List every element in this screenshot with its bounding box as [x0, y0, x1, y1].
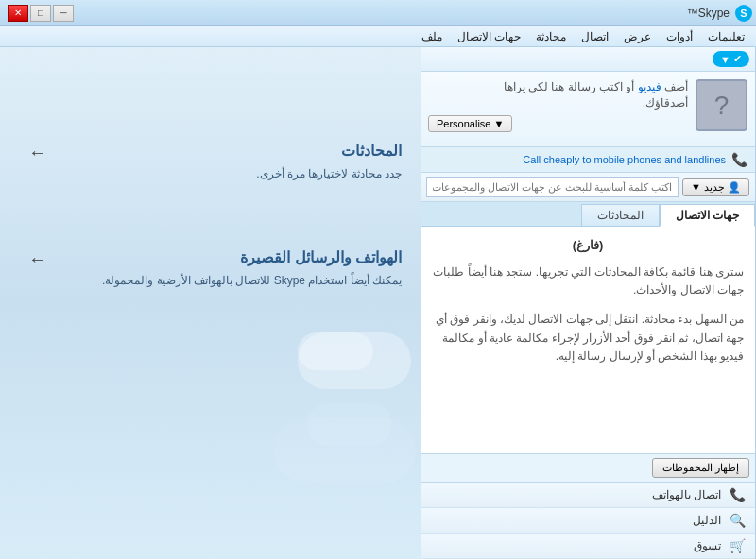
profile-right: أضف فيديو أو اكتب رسالة هنا لكي يراها أص… [428, 79, 688, 132]
call-promo-link[interactable]: Call cheaply to mobile phones and landli… [523, 154, 726, 165]
personalise-chevron-icon: ▼ [493, 118, 504, 129]
maximize-button[interactable]: □ [30, 5, 51, 22]
bottom-nav: 📞 اتصال بالهواتف 🔍 الدليل 🛒 تسوق [421, 482, 755, 559]
search-nav-icon: 🔍 [729, 513, 746, 528]
tab-contacts[interactable]: جهات الاتصال [660, 204, 755, 227]
person-add-icon: 👤 [728, 181, 741, 194]
phone-icon: 📞 [731, 152, 747, 167]
tab-contacts-label: جهات الاتصال [676, 209, 739, 222]
chevron-down-icon: ▼ [720, 54, 730, 65]
empty-title: (فارغ) [432, 238, 744, 252]
profile-video-link[interactable]: فيديو [638, 80, 662, 93]
menubar: تعليمات أدوات عرض اتصال محادثة جهات الات… [0, 26, 756, 47]
tab-conversations[interactable]: المحادثات [581, 204, 660, 226]
new-button-label: جديد [704, 181, 725, 194]
empty-desc2: من السهل بدء محادثة. انتقل إلى جهات الات… [432, 311, 744, 365]
tab-conversations-label: المحادثات [597, 209, 644, 222]
right-section-conversations: المحادثات جدد محادثة لاختيارها مرة أخرى.… [19, 142, 402, 182]
left-panel: ✔ ▼ ? أضف فيديو أو اكتب رسالة هنا لكي ير… [421, 47, 756, 559]
menu-file[interactable]: ملف [414, 28, 450, 45]
right-section-phones-content: الهواتف والرسائل القصيرة يمكنك أيضاً است… [57, 248, 402, 289]
show-saved-button[interactable]: إظهار المحفوظات [652, 458, 749, 478]
profile-area: ? أضف فيديو أو اكتب رسالة هنا لكي يراها … [421, 72, 755, 147]
empty-desc2-part1: من السهل بدء محادثة. انتقل إلى [593, 313, 744, 326]
new-btn-chevron-icon: ▼ [691, 181, 701, 193]
titlebar-controls: ─ □ ✕ [8, 5, 74, 22]
phones-section-title: الهواتف والرسائل القصيرة [57, 248, 402, 266]
nav-item-directory[interactable]: 🔍 الدليل [421, 508, 755, 534]
conversations-section-text: جدد محادثة لاختيارها مرة أخرى. [57, 165, 402, 182]
avatar: ? [696, 79, 747, 131]
search-bar: 👤 جديد ▼ [421, 173, 755, 202]
status-bar: ✔ ▼ [421, 47, 755, 72]
nav-call-label: اتصال بالهواتف [652, 488, 721, 501]
right-panel: المحادثات جدد محادثة لاختيارها مرة أخرى.… [0, 47, 421, 559]
app-title: Skype™ [687, 7, 730, 20]
right-section-phones: الهواتف والرسائل القصيرة يمكنك أيضاً است… [19, 248, 402, 289]
menu-view[interactable]: عرض [616, 28, 659, 45]
empty-desc1: ستری هنا قائمة بكافة المحادثات التي تجري… [432, 263, 744, 299]
personalise-button[interactable]: Personalise ▼ [428, 115, 512, 132]
menu-help[interactable]: تعليمات [700, 28, 752, 45]
new-button[interactable]: 👤 جديد ▼ [682, 178, 749, 196]
avatar-question-icon: ? [714, 91, 730, 121]
profile-message-part3: أصدقاؤك. [643, 96, 688, 110]
menu-contacts[interactable]: جهات الاتصال [450, 28, 528, 45]
minimize-button[interactable]: ─ [53, 5, 74, 22]
skype-logo-icon: S [735, 5, 752, 22]
menu-conversation[interactable]: محادثة [528, 28, 574, 45]
nav-shop-label: تسوق [694, 539, 721, 552]
menu-tools[interactable]: أدوات [659, 28, 700, 45]
status-dropdown[interactable]: ✔ ▼ [713, 51, 749, 67]
contacts-link[interactable]: جهات الاتصال [528, 313, 592, 326]
titlebar: S Skype™ ─ □ ✕ [0, 0, 756, 26]
search-input[interactable] [426, 177, 679, 197]
nav-item-shop[interactable]: 🛒 تسوق [421, 534, 755, 559]
tabs: جهات الاتصال المحادثات [421, 202, 755, 227]
menu-call[interactable]: اتصال [574, 28, 616, 45]
right-section-conversations-content: المحادثات جدد محادثة لاختيارها مرة أخرى. [57, 142, 402, 182]
phones-arrow-icon: ← [19, 248, 57, 270]
profile-message-part1: أضف [662, 80, 688, 93]
titlebar-left: S Skype™ [687, 5, 752, 22]
phone-nav-icon: 📞 [729, 487, 746, 502]
shop-nav-icon: 🛒 [729, 538, 746, 553]
nav-directory-label: الدليل [693, 514, 721, 527]
personalise-label: Personalise [437, 118, 490, 129]
content-area: (فارغ) ستری هنا قائمة بكافة المحادثات ال… [421, 227, 755, 453]
status-icon: ✔ [733, 53, 742, 65]
bottom-bar: إظهار المحفوظات [421, 453, 755, 482]
profile-message-part2: أو اكتب رسالة هنا لكي يراها [504, 80, 638, 93]
nav-item-call[interactable]: 📞 اتصال بالهواتف [421, 483, 755, 508]
conversations-arrow-icon: ← [19, 142, 57, 163]
phones-section-text: يمكنك أيضاً استخدام Skype للاتصال بالهوا… [57, 272, 402, 289]
close-button[interactable]: ✕ [8, 5, 28, 22]
profile-message: أضف فيديو أو اكتب رسالة هنا لكي يراها أص… [428, 79, 688, 111]
call-promo: 📞 Call cheaply to mobile phones and land… [421, 147, 755, 173]
main-container: ✔ ▼ ? أضف فيديو أو اكتب رسالة هنا لكي ير… [0, 47, 756, 559]
conversations-section-title: المحادثات [57, 142, 402, 160]
